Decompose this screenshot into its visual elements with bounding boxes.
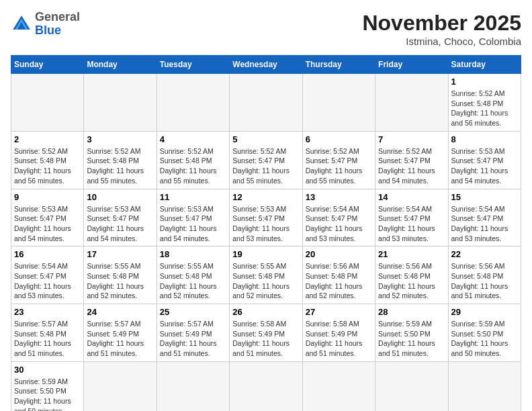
day-info: Sunrise: 5:52 AM Sunset: 5:47 PM Dayligh… [306,146,372,186]
logo: General Blue [11,11,80,38]
calendar-cell: 28Sunrise: 5:59 AM Sunset: 5:50 PM Dayli… [375,304,448,362]
day-number: 19 [232,249,299,259]
day-info: Sunrise: 5:57 AM Sunset: 5:49 PM Dayligh… [160,319,226,359]
calendar-cell: 17Sunrise: 5:55 AM Sunset: 5:48 PM Dayli… [84,246,157,304]
day-number: 25 [160,307,226,317]
calendar-cell: 6Sunrise: 5:52 AM Sunset: 5:47 PM Daylig… [302,131,375,189]
month-title: November 2025 [362,11,521,36]
day-info: Sunrise: 5:53 AM Sunset: 5:47 PM Dayligh… [87,204,153,244]
calendar-cell [302,74,375,132]
calendar-cell: 19Sunrise: 5:55 AM Sunset: 5:48 PM Dayli… [230,246,302,304]
day-info: Sunrise: 5:58 AM Sunset: 5:49 PM Dayligh… [232,319,299,359]
day-number: 22 [451,249,518,259]
calendar: SundayMondayTuesdayWednesdayThursdayFrid… [11,55,521,411]
day-number: 15 [451,192,518,202]
calendar-cell: 15Sunrise: 5:54 AM Sunset: 5:47 PM Dayli… [448,189,521,246]
day-info: Sunrise: 5:59 AM Sunset: 5:50 PM Dayligh… [451,319,518,359]
day-number: 4 [160,134,226,144]
day-number: 24 [87,307,153,317]
calendar-week-row: 9Sunrise: 5:53 AM Sunset: 5:47 PM Daylig… [11,189,521,246]
calendar-cell [302,361,375,411]
day-info: Sunrise: 5:58 AM Sunset: 5:49 PM Dayligh… [306,319,372,359]
calendar-cell: 24Sunrise: 5:57 AM Sunset: 5:49 PM Dayli… [84,304,157,362]
calendar-header-monday: Monday [84,56,157,74]
calendar-cell: 1Sunrise: 5:52 AM Sunset: 5:48 PM Daylig… [448,74,521,132]
calendar-cell: 11Sunrise: 5:53 AM Sunset: 5:47 PM Dayli… [157,189,229,246]
day-number: 27 [306,307,372,317]
calendar-cell: 13Sunrise: 5:54 AM Sunset: 5:47 PM Dayli… [302,189,375,246]
day-info: Sunrise: 5:53 AM Sunset: 5:47 PM Dayligh… [451,146,518,186]
day-number: 9 [14,192,81,202]
logo-icon [11,13,32,35]
calendar-cell: 2Sunrise: 5:52 AM Sunset: 5:48 PM Daylig… [11,131,84,189]
calendar-cell: 26Sunrise: 5:58 AM Sunset: 5:49 PM Dayli… [230,304,302,362]
day-info: Sunrise: 5:52 AM Sunset: 5:48 PM Dayligh… [14,146,81,186]
day-number: 13 [306,192,372,202]
calendar-cell: 14Sunrise: 5:54 AM Sunset: 5:47 PM Dayli… [375,189,448,246]
day-number: 12 [232,192,299,202]
calendar-cell [84,361,157,411]
day-number: 26 [232,307,299,317]
calendar-cell [11,74,84,132]
calendar-cell: 10Sunrise: 5:53 AM Sunset: 5:47 PM Dayli… [84,189,157,246]
calendar-cell: 22Sunrise: 5:56 AM Sunset: 5:48 PM Dayli… [448,246,521,304]
logo-text: General Blue [35,11,80,38]
calendar-cell: 30Sunrise: 5:59 AM Sunset: 5:50 PM Dayli… [11,361,84,411]
day-info: Sunrise: 5:54 AM Sunset: 5:47 PM Dayligh… [378,204,445,244]
day-number: 10 [87,192,153,202]
day-info: Sunrise: 5:54 AM Sunset: 5:47 PM Dayligh… [306,204,372,244]
calendar-cell [230,74,302,132]
day-number: 8 [451,134,518,144]
calendar-cell [448,361,521,411]
day-number: 5 [232,134,299,144]
calendar-cell: 12Sunrise: 5:53 AM Sunset: 5:47 PM Dayli… [230,189,302,246]
day-number: 28 [378,307,445,317]
day-info: Sunrise: 5:53 AM Sunset: 5:47 PM Dayligh… [14,204,81,244]
day-number: 3 [87,134,153,144]
calendar-cell: 20Sunrise: 5:56 AM Sunset: 5:48 PM Dayli… [302,246,375,304]
day-number: 7 [378,134,445,144]
day-number: 21 [378,249,445,259]
title-area: November 2025 Istmina, Choco, Colombia [362,11,521,47]
logo-blue-text: Blue [35,24,61,37]
header: General Blue November 2025 Istmina, Choc… [11,11,521,47]
calendar-cell: 29Sunrise: 5:59 AM Sunset: 5:50 PM Dayli… [448,304,521,362]
day-info: Sunrise: 5:52 AM Sunset: 5:47 PM Dayligh… [378,146,445,186]
day-number: 11 [160,192,226,202]
calendar-cell: 23Sunrise: 5:57 AM Sunset: 5:48 PM Dayli… [11,304,84,362]
calendar-cell [157,74,229,132]
calendar-cell: 18Sunrise: 5:55 AM Sunset: 5:48 PM Dayli… [157,246,229,304]
day-number: 20 [306,249,372,259]
calendar-cell: 25Sunrise: 5:57 AM Sunset: 5:49 PM Dayli… [157,304,229,362]
day-info: Sunrise: 5:55 AM Sunset: 5:48 PM Dayligh… [232,261,299,301]
calendar-cell: 21Sunrise: 5:56 AM Sunset: 5:48 PM Dayli… [375,246,448,304]
day-info: Sunrise: 5:56 AM Sunset: 5:48 PM Dayligh… [378,261,445,301]
calendar-cell: 4Sunrise: 5:52 AM Sunset: 5:48 PM Daylig… [157,131,229,189]
calendar-cell: 9Sunrise: 5:53 AM Sunset: 5:47 PM Daylig… [11,189,84,246]
calendar-header-friday: Friday [375,56,448,74]
location: Istmina, Choco, Colombia [362,36,521,47]
calendar-cell: 16Sunrise: 5:54 AM Sunset: 5:47 PM Dayli… [11,246,84,304]
logo-general-text: General [35,10,80,24]
calendar-week-row: 30Sunrise: 5:59 AM Sunset: 5:50 PM Dayli… [11,361,521,411]
day-info: Sunrise: 5:57 AM Sunset: 5:48 PM Dayligh… [14,319,81,359]
calendar-header-wednesday: Wednesday [230,56,302,74]
day-info: Sunrise: 5:56 AM Sunset: 5:48 PM Dayligh… [451,261,518,301]
day-number: 16 [14,249,81,259]
calendar-cell: 3Sunrise: 5:52 AM Sunset: 5:48 PM Daylig… [84,131,157,189]
calendar-week-row: 2Sunrise: 5:52 AM Sunset: 5:48 PM Daylig… [11,131,521,189]
calendar-week-row: 16Sunrise: 5:54 AM Sunset: 5:47 PM Dayli… [11,246,521,304]
day-info: Sunrise: 5:59 AM Sunset: 5:50 PM Dayligh… [378,319,445,359]
day-number: 2 [14,134,81,144]
day-number: 1 [451,77,518,87]
day-info: Sunrise: 5:52 AM Sunset: 5:48 PM Dayligh… [87,146,153,186]
day-number: 6 [306,134,372,144]
calendar-cell [375,361,448,411]
calendar-cell [375,74,448,132]
day-number: 23 [14,307,81,317]
day-info: Sunrise: 5:53 AM Sunset: 5:47 PM Dayligh… [160,204,226,244]
calendar-cell: 8Sunrise: 5:53 AM Sunset: 5:47 PM Daylig… [448,131,521,189]
day-info: Sunrise: 5:53 AM Sunset: 5:47 PM Dayligh… [232,204,299,244]
calendar-cell [157,361,229,411]
day-info: Sunrise: 5:52 AM Sunset: 5:47 PM Dayligh… [232,146,299,186]
